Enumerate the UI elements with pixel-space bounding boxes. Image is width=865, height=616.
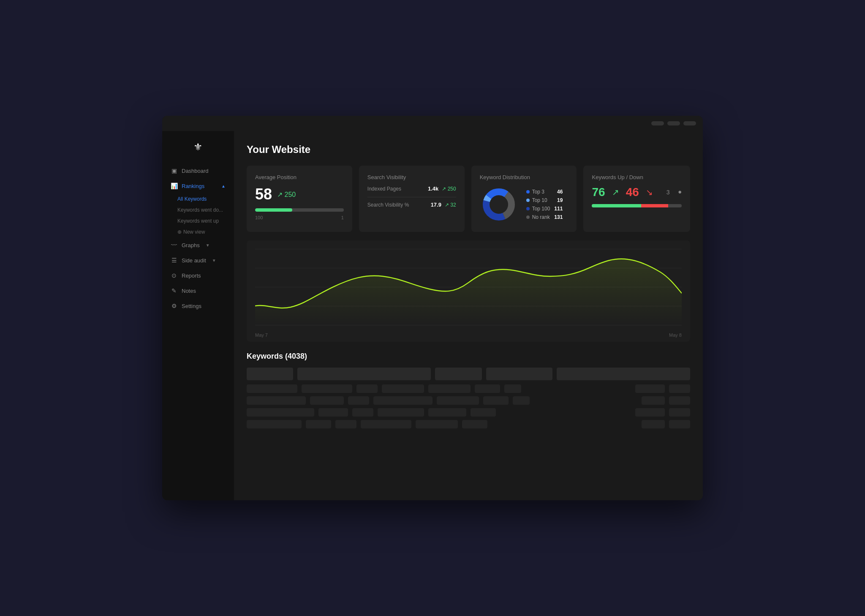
search-visibility-title: Search Visibility (367, 174, 456, 180)
rankings-icon: 📊 (171, 183, 177, 189)
titlebar-btn-1[interactable] (651, 121, 664, 125)
kud-bar-red (641, 204, 668, 207)
kd-top100-dot (526, 207, 530, 210)
plus-icon: ⊕ (177, 229, 182, 235)
chart-labels: May 7 May 8 (255, 333, 682, 338)
sv-row-indexed: Indexed Pages 1.4k ↗ 250 (367, 185, 456, 192)
page-title: Your Website (247, 144, 690, 155)
titlebar-btn-3[interactable] (683, 121, 696, 125)
sidebar-item-label: All Keywords (177, 196, 207, 202)
sidebar-item-label: Dashboard (182, 168, 209, 174)
sidebar-item-all-keywords[interactable]: All Keywords (162, 194, 234, 204)
main-content: Your Website Average Position 58 ↗ 250 (234, 131, 703, 500)
kd-norank-dot (526, 215, 530, 219)
settings-icon: ⚙ (171, 303, 177, 309)
notes-icon: ✎ (171, 287, 177, 294)
kud-up-arrow: ↗ (612, 187, 619, 197)
graphs-icon: 〰 (171, 242, 177, 248)
reports-icon: ⊙ (171, 272, 177, 279)
table-row (247, 408, 690, 417)
sidebar-item-label: Keywords went do... (177, 207, 223, 213)
table-row (247, 420, 690, 428)
sidebar-item-label: Notes (182, 288, 196, 294)
sidebar-item-label: Side audit (182, 257, 206, 264)
kd-legend: Top 3 46 Top 10 19 Top 100 (526, 189, 563, 220)
avg-position-progress (255, 208, 344, 212)
kud-down-value: 46 (626, 185, 639, 199)
sidebar-item-label: New view (183, 229, 205, 235)
sidebar-item-label: Reports (182, 273, 201, 279)
sidebar-item-label: Keywords went up (177, 218, 219, 224)
table-row (247, 384, 690, 393)
th-4 (486, 368, 553, 380)
chevron-down-icon: ▼ (206, 243, 210, 248)
sidebar: ⚜ ▣ Dashboard 📊 Rankings ▲ All Keywords … (162, 131, 234, 500)
sidebar-item-reports[interactable]: ⊙ Reports (162, 268, 234, 283)
sidebar-item-rankings[interactable]: 📊 Rankings ▲ (162, 178, 234, 194)
kud-up-value: 76 (592, 185, 605, 199)
keywords-section: Keywords (4038) (247, 352, 690, 428)
avg-position-card: Average Position 58 ↗ 250 100 1 (247, 166, 352, 232)
kd-top3: Top 3 46 (526, 189, 563, 195)
sidebar-item-settings[interactable]: ⚙ Settings (162, 298, 234, 313)
search-visibility-card: Search Visibility Indexed Pages 1.4k ↗ 2… (359, 166, 465, 232)
table-header-row (247, 368, 690, 380)
sidebar-item-keywords-down[interactable]: Keywords went do... (162, 204, 234, 215)
keyword-distribution-card: Keyword Distribution (471, 166, 577, 232)
line-chart: May 7 May 8 (247, 240, 690, 342)
sidebar-item-notes[interactable]: ✎ Notes (162, 283, 234, 298)
kud-neutral-value: 3 (666, 189, 670, 196)
kd-top10: Top 10 19 (526, 197, 563, 203)
dashboard-icon: ▣ (171, 167, 177, 174)
chart-label-right: May 8 (669, 333, 682, 338)
sidebar-item-label: Settings (182, 303, 201, 309)
kud-neutral-dot: • (678, 186, 682, 198)
side-audit-icon: ☰ (171, 257, 177, 264)
kud-title: Keywords Up / Down (592, 174, 682, 180)
svg-point-4 (490, 196, 507, 213)
stats-row: Average Position 58 ↗ 250 100 1 (247, 166, 690, 232)
donut-chart (480, 185, 518, 224)
grid-line-5 (255, 325, 682, 325)
chart-label-left: May 7 (255, 333, 268, 338)
th-3 (435, 368, 481, 380)
kd-top10-dot (526, 199, 530, 202)
kud-bar (592, 204, 682, 207)
kd-title: Keyword Distribution (480, 174, 569, 180)
chart-svg (255, 245, 682, 325)
kd-top100: Top 100 111 (526, 206, 563, 212)
kd-top3-dot (526, 190, 530, 194)
sidebar-item-label: Graphs (182, 242, 200, 248)
progress-fill (255, 208, 292, 212)
table-row (247, 396, 690, 405)
chevron-up-icon: ▲ (221, 184, 226, 188)
th-2 (297, 368, 431, 380)
kud-values: 76 ↗ 46 ↘ 3 • (592, 185, 682, 199)
sidebar-item-graphs[interactable]: 〰 Graphs ▼ (162, 237, 234, 253)
sidebar-item-label: Rankings (182, 183, 204, 189)
kd-content: Top 3 46 Top 10 19 Top 100 (480, 185, 569, 224)
avg-position-change: ↗ 250 (277, 191, 296, 199)
sidebar-item-new-view[interactable]: ⊕ New view (162, 226, 234, 237)
progress-labels: 100 1 (255, 215, 344, 220)
kd-norank: No rank 131 (526, 214, 563, 220)
logo: ⚜ (162, 138, 234, 163)
th-1 (247, 368, 293, 380)
keywords-title: Keywords (4038) (247, 352, 690, 361)
chevron-down-icon-2: ▼ (212, 258, 216, 263)
logo-icon: ⚜ (193, 141, 203, 153)
sidebar-item-keywords-up[interactable]: Keywords went up (162, 215, 234, 226)
sidebar-item-side-audit[interactable]: ☰ Side audit ▼ (162, 253, 234, 268)
app-window: ⚜ ▣ Dashboard 📊 Rankings ▲ All Keywords … (162, 116, 703, 500)
titlebar (162, 116, 703, 131)
th-5 (557, 368, 690, 380)
sidebar-item-dashboard[interactable]: ▣ Dashboard (162, 163, 234, 178)
kud-bar-green (592, 204, 641, 207)
keywords-up-down-card: Keywords Up / Down 76 ↗ 46 ↘ 3 • (583, 166, 690, 232)
sv-row-visibility: Search Visibility % 17.9 ↗ 32 (367, 202, 456, 208)
avg-position-title: Average Position (255, 174, 344, 180)
kud-down-arrow: ↘ (646, 187, 653, 197)
avg-position-value: 58 ↗ 250 (255, 185, 344, 203)
titlebar-btn-2[interactable] (667, 121, 680, 125)
